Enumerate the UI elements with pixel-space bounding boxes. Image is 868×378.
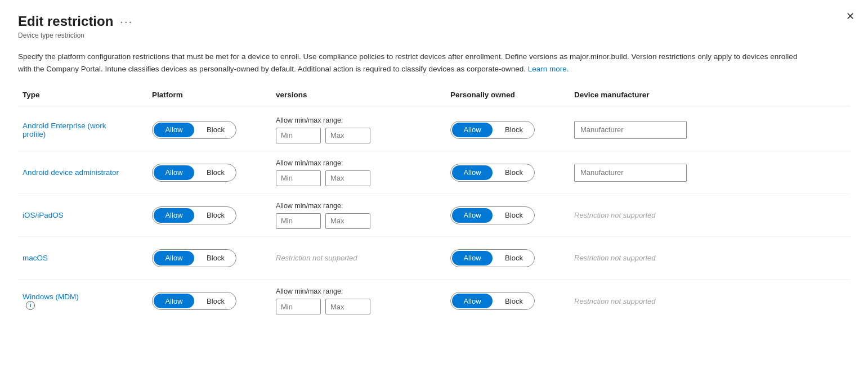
table-row: Android Enterprise (work profile) Allow … bbox=[18, 109, 850, 151]
info-icon-windows[interactable]: i bbox=[26, 301, 35, 310]
header-type: Type bbox=[18, 88, 147, 101]
version-min-android-admin[interactable] bbox=[276, 170, 321, 186]
cell-version-macos: Restriction not supported bbox=[271, 251, 446, 264]
cell-personally-macos: Allow Block bbox=[446, 247, 570, 269]
personally-allow-windows[interactable]: Allow bbox=[452, 294, 493, 308]
header-device-manufacturer: Device manufacturer bbox=[570, 88, 850, 101]
panel-subtitle: Device type restriction bbox=[18, 32, 850, 39]
edit-restriction-panel: ✕ Edit restriction ··· Device type restr… bbox=[0, 0, 868, 336]
personally-toggle-android-admin[interactable]: Allow Block bbox=[450, 164, 535, 182]
platform-toggle-ios[interactable]: Allow Block bbox=[152, 206, 236, 224]
cell-version-android-admin: Allow min/max range: bbox=[271, 157, 446, 188]
version-label-windows: Allow min/max range: bbox=[276, 287, 441, 295]
cell-personally-android-admin: Allow Block bbox=[446, 161, 570, 184]
platform-block-android-admin[interactable]: Block bbox=[195, 164, 236, 181]
table-row: Android device administrator Allow Block… bbox=[18, 151, 850, 194]
type-label-android-admin: Android device administrator bbox=[23, 168, 119, 177]
cell-version-windows: Allow min/max range: bbox=[271, 285, 446, 317]
cell-manufacturer-windows: Restriction not supported bbox=[570, 295, 850, 308]
cell-personally-windows: Allow Block bbox=[446, 290, 570, 312]
cell-type-macos: macOS bbox=[18, 251, 147, 264]
table-row: Windows (MDM) i Allow Block Allow min/ma… bbox=[18, 280, 850, 322]
cell-platform-windows: Allow Block bbox=[147, 290, 271, 312]
version-max-android-enterprise[interactable] bbox=[325, 128, 370, 143]
cell-platform-android-enterprise: Allow Block bbox=[147, 119, 271, 141]
cell-personally-ios: Allow Block bbox=[446, 204, 570, 227]
platform-block-windows[interactable]: Block bbox=[195, 292, 236, 309]
cell-type-android-admin: Android device administrator bbox=[18, 166, 147, 179]
version-label-android-enterprise: Allow min/max range: bbox=[276, 116, 441, 124]
platform-toggle-android-enterprise[interactable]: Allow Block bbox=[152, 121, 236, 139]
restrictions-table: Type Platform versions Personally owned … bbox=[18, 88, 850, 322]
version-inputs-ios bbox=[276, 213, 441, 229]
platform-allow-android-admin[interactable]: Allow bbox=[154, 165, 194, 180]
type-label-ios: iOS/iPadOS bbox=[23, 211, 64, 219]
cell-manufacturer-macos: Restriction not supported bbox=[570, 251, 850, 264]
header-versions: versions bbox=[271, 88, 446, 101]
platform-allow-ios[interactable]: Allow bbox=[154, 208, 194, 223]
platform-allow-android-enterprise[interactable]: Allow bbox=[154, 123, 194, 137]
personally-block-android-enterprise[interactable]: Block bbox=[494, 122, 534, 138]
platform-allow-macos[interactable]: Allow bbox=[154, 251, 194, 266]
version-max-android-admin[interactable] bbox=[325, 170, 370, 186]
panel-header: Edit restriction ··· bbox=[18, 14, 850, 29]
header-platform: Platform bbox=[147, 88, 271, 101]
version-max-ios[interactable] bbox=[325, 213, 370, 229]
personally-block-macos[interactable]: Block bbox=[494, 250, 534, 267]
version-label-android-admin: Allow min/max range: bbox=[276, 159, 441, 167]
version-max-windows[interactable] bbox=[325, 299, 370, 314]
version-min-windows[interactable] bbox=[276, 299, 321, 314]
learn-more-link[interactable]: Learn more. bbox=[528, 65, 569, 73]
manufacturer-not-supported-macos: Restriction not supported bbox=[574, 254, 656, 262]
version-label-ios: Allow min/max range: bbox=[276, 202, 441, 210]
personally-toggle-windows[interactable]: Allow Block bbox=[450, 292, 535, 310]
personally-allow-macos[interactable]: Allow bbox=[452, 251, 493, 266]
close-button[interactable]: ✕ bbox=[846, 11, 854, 21]
platform-allow-windows[interactable]: Allow bbox=[154, 294, 194, 308]
cell-version-android-enterprise: Allow min/max range: bbox=[271, 114, 446, 146]
platform-toggle-windows[interactable]: Allow Block bbox=[152, 292, 236, 310]
personally-block-windows[interactable]: Block bbox=[494, 292, 534, 309]
table-row: macOS Allow Block Restriction not suppor… bbox=[18, 237, 850, 280]
header-personally-owned: Personally owned bbox=[446, 88, 570, 101]
personally-allow-ios[interactable]: Allow bbox=[452, 208, 493, 223]
cell-platform-ios: Allow Block bbox=[147, 204, 271, 227]
version-inputs-windows bbox=[276, 299, 441, 314]
type-label-line2: profile) bbox=[23, 130, 46, 138]
type-label-windows: Windows (MDM) bbox=[23, 292, 79, 301]
cell-personally-android-enterprise: Allow Block bbox=[446, 119, 570, 141]
version-inputs-android-enterprise bbox=[276, 128, 441, 143]
cell-version-ios: Allow min/max range: bbox=[271, 200, 446, 231]
cell-platform-android-admin: Allow Block bbox=[147, 161, 271, 184]
cell-manufacturer-ios: Restriction not supported bbox=[570, 209, 850, 222]
personally-allow-android-enterprise[interactable]: Allow bbox=[452, 123, 493, 137]
platform-toggle-macos[interactable]: Allow Block bbox=[152, 249, 236, 267]
platform-toggle-android-admin[interactable]: Allow Block bbox=[152, 164, 236, 182]
manufacturer-input-android-enterprise[interactable] bbox=[574, 121, 687, 139]
version-inputs-android-admin bbox=[276, 170, 441, 186]
manufacturer-not-supported-windows: Restriction not supported bbox=[574, 297, 656, 305]
platform-block-android-enterprise[interactable]: Block bbox=[195, 122, 236, 138]
personally-toggle-macos[interactable]: Allow Block bbox=[450, 249, 535, 267]
cell-manufacturer-android-enterprise bbox=[570, 119, 850, 141]
type-label-macos: macOS bbox=[23, 254, 48, 262]
description-body: Specify the platform configuration restr… bbox=[18, 52, 797, 73]
cell-type-ios: iOS/iPadOS bbox=[18, 209, 147, 222]
version-min-ios[interactable] bbox=[276, 213, 321, 229]
personally-block-ios[interactable]: Block bbox=[494, 207, 534, 224]
version-min-android-enterprise[interactable] bbox=[276, 128, 321, 143]
type-label-line1: Android Enterprise (work bbox=[23, 122, 106, 130]
cell-type-windows: Windows (MDM) i bbox=[18, 290, 147, 312]
personally-block-android-admin[interactable]: Block bbox=[494, 164, 534, 181]
platform-block-macos[interactable]: Block bbox=[195, 250, 236, 267]
version-not-supported-macos: Restriction not supported bbox=[276, 254, 441, 262]
platform-block-ios[interactable]: Block bbox=[195, 207, 236, 224]
personally-toggle-ios[interactable]: Allow Block bbox=[450, 206, 535, 224]
manufacturer-input-android-admin[interactable] bbox=[574, 164, 687, 182]
cell-manufacturer-android-admin bbox=[570, 161, 850, 184]
panel-more-options[interactable]: ··· bbox=[120, 15, 133, 28]
personally-toggle-android-enterprise[interactable]: Allow Block bbox=[450, 121, 535, 139]
description-text: Specify the platform configuration restr… bbox=[18, 51, 806, 75]
manufacturer-not-supported-ios: Restriction not supported bbox=[574, 211, 656, 219]
personally-allow-android-admin[interactable]: Allow bbox=[452, 165, 493, 180]
